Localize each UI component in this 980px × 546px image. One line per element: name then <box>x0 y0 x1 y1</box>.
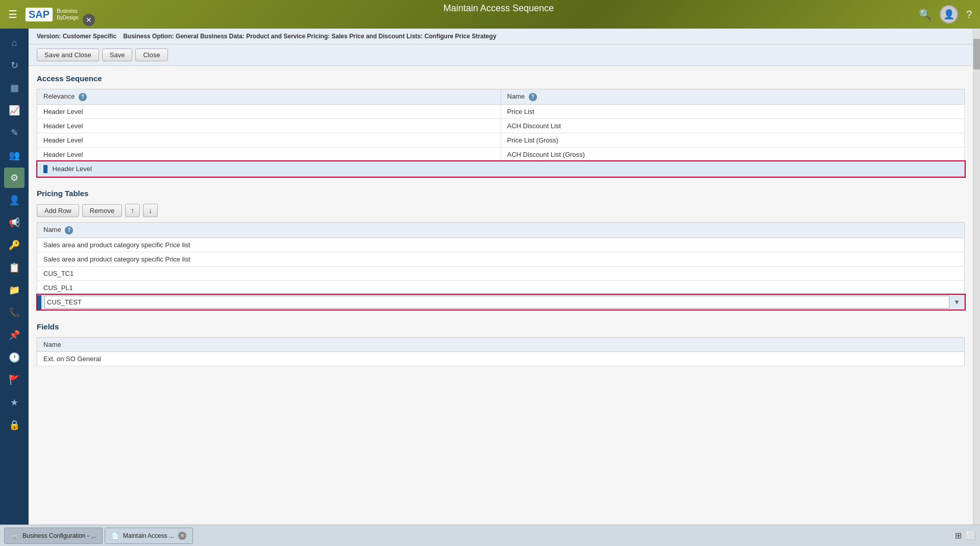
pricing-name-cell-editable: ▼ <box>37 295 965 310</box>
sidebar-item-home[interactable]: ⌂ <box>4 33 24 53</box>
bydesign-text: Business ByDesign <box>57 8 79 21</box>
sidebar-item-service[interactable]: 📞 <box>4 302 24 323</box>
scrollbar-thumb[interactable] <box>973 39 980 69</box>
pricing-table-row-selected[interactable]: ▼ <box>37 295 965 310</box>
pricing-name-cell: Sales area and product category specific… <box>37 238 965 252</box>
name-help-icon[interactable]: ? <box>529 93 537 101</box>
sidebar-item-reports[interactable]: 📈 <box>4 100 24 121</box>
content-area: Version: Customer Specific Business Opti… <box>29 29 973 525</box>
sidebar-item-lists[interactable]: 📋 <box>4 257 24 278</box>
fields-name-cell: Ext. on SO General <box>37 351 965 366</box>
sidebar-item-documents[interactable]: 📁 <box>4 280 24 300</box>
fields-table: Name Ext. on SO General <box>37 337 965 366</box>
table-row[interactable]: Header Level ACH Discount List (Gross) <box>37 147 965 161</box>
table-row-selected[interactable]: Header Level <box>37 161 965 177</box>
pricing-tables-title: Pricing Tables <box>37 189 965 198</box>
pricing-name-cell: Sales area and product category specific… <box>37 252 965 266</box>
taskbar-icon-maximize[interactable]: ⬜ <box>966 531 976 540</box>
sidebar-item-settings[interactable]: ⚙ <box>4 168 24 188</box>
move-up-button[interactable]: ↑ <box>125 204 140 217</box>
sidebar-item-projects[interactable]: 📌 <box>4 325 24 345</box>
pricing-dropdown-arrow[interactable]: ▼ <box>949 296 964 308</box>
name-cell: Price List (Gross) <box>501 133 965 147</box>
sidebar-item-favorites[interactable]: ★ <box>4 392 24 413</box>
main-layout: ⌂ ↻ ▦ 📈 ✎ 👥 ⚙ 👤 📢 🔑 📋 📁 📞 📌 🕐 🚩 ★ 🔒 Vers… <box>0 29 980 525</box>
relevance-cell: Header Level <box>37 133 501 147</box>
help-icon[interactable]: ? <box>966 9 972 20</box>
col-header-name: Name ? <box>501 89 965 105</box>
name-cell: ACH Discount List (Gross) <box>501 147 965 161</box>
relevance-cell: Header Level <box>37 147 501 161</box>
sidebar-item-tasks[interactable]: ✎ <box>4 123 24 143</box>
sidebar-item-security[interactable]: 🔒 <box>4 415 24 435</box>
pricing-name-input[interactable] <box>44 296 949 308</box>
taskbar-icon-grid[interactable]: ⊞ <box>955 531 962 540</box>
name-cell: ACH Discount List <box>501 118 965 133</box>
sidebar-item-people[interactable]: 👥 <box>4 145 24 165</box>
pricing-toolbar: Add Row Remove ↑ ↓ <box>37 204 965 217</box>
taskbar-close-button[interactable]: ✕ <box>178 532 186 540</box>
business-option-label: Business Option: <box>123 33 174 40</box>
taskbar-right-icons: ⊞ ⬜ <box>955 531 976 540</box>
pricing-table-row[interactable]: CUS_TC1 <box>37 266 965 280</box>
business-option-value: General Business Data: Product and Servi… <box>176 33 496 40</box>
pricing-name-help-icon[interactable]: ? <box>65 226 73 234</box>
header-icons: 🔍 👤 ? <box>919 5 972 23</box>
fields-title: Fields <box>37 322 965 331</box>
col-header-relevance: Relevance ? <box>37 89 501 105</box>
remove-button[interactable]: Remove <box>82 204 122 217</box>
title-close-button[interactable]: ✕ <box>83 14 95 26</box>
pricing-col-name: Name ? <box>37 223 965 238</box>
taskbar-item-icon-maintain: 📄 <box>111 532 119 539</box>
relevance-cell: Header Level <box>37 104 501 118</box>
taskbar: 🏢 Business Configuration - ... 📄 Maintai… <box>0 525 980 546</box>
sidebar-item-refresh[interactable]: ↻ <box>4 55 24 76</box>
version-bar: Version: Customer Specific Business Opti… <box>29 29 973 44</box>
pricing-table-row[interactable]: Sales area and product category specific… <box>37 252 965 266</box>
taskbar-item-icon-business: 🏢 <box>11 532 18 539</box>
relevance-cell-selected: Header Level <box>37 161 501 177</box>
fields-col-name: Name <box>37 337 965 351</box>
form-area: Access Sequence Relevance ? Name ? <box>29 66 973 525</box>
access-sequence-title: Access Sequence <box>37 74 965 83</box>
pricing-name-cell: CUS_TC1 <box>37 266 965 280</box>
name-cell-selected <box>501 161 965 177</box>
sidebar-item-users[interactable]: 👤 <box>4 190 24 210</box>
scrollbar-track[interactable] <box>973 29 980 525</box>
top-header: ☰ SAP Business ByDesign Maintain Access … <box>0 0 980 29</box>
action-bar: Save and Close Save Close <box>29 44 973 66</box>
fields-table-row[interactable]: Ext. on SO General <box>37 351 965 366</box>
sap-text: SAP <box>29 9 50 20</box>
page-title: Maintain Access Sequence ✕ <box>79 3 919 26</box>
sidebar-item-flags[interactable]: 🚩 <box>4 370 24 390</box>
table-row[interactable]: Header Level ACH Discount List <box>37 118 965 133</box>
sidebar-item-marketing[interactable]: 📢 <box>4 212 24 233</box>
avatar[interactable]: 👤 <box>940 5 958 23</box>
version-value: Customer Specific <box>63 33 116 40</box>
save-and-close-button[interactable]: Save and Close <box>37 49 99 61</box>
taskbar-item-business-config[interactable]: 🏢 Business Configuration - ... <box>4 528 103 544</box>
table-row[interactable]: Header Level Price List (Gross) <box>37 133 965 147</box>
taskbar-item-label-maintain: Maintain Access ... <box>123 532 174 539</box>
sidebar-item-access[interactable]: 🔑 <box>4 235 24 255</box>
sap-logo: SAP Business ByDesign <box>26 8 79 21</box>
search-icon[interactable]: 🔍 <box>919 8 932 20</box>
close-button[interactable]: Close <box>135 49 167 61</box>
relevance-help-icon[interactable]: ? <box>79 93 87 101</box>
pricing-table-row[interactable]: CUS_PL1 <box>37 280 965 295</box>
version-label: Version: <box>37 33 61 40</box>
sidebar-item-analytics[interactable]: ▦ <box>4 78 24 98</box>
sidebar: ⌂ ↻ ▦ 📈 ✎ 👥 ⚙ 👤 📢 🔑 📋 📁 📞 📌 🕐 🚩 ★ 🔒 <box>0 29 29 525</box>
access-sequence-table: Relevance ? Name ? Header Level <box>37 89 965 177</box>
table-row[interactable]: Header Level Price List <box>37 104 965 118</box>
sidebar-item-time[interactable]: 🕐 <box>4 347 24 368</box>
pricing-name-cell: CUS_PL1 <box>37 280 965 295</box>
hamburger-menu[interactable]: ☰ <box>8 8 17 20</box>
pricing-table-row[interactable]: Sales area and product category specific… <box>37 238 965 252</box>
relevance-cell: Header Level <box>37 118 501 133</box>
add-row-button[interactable]: Add Row <box>37 204 79 217</box>
save-button[interactable]: Save <box>102 49 133 61</box>
taskbar-item-maintain-access[interactable]: 📄 Maintain Access ... ✕ <box>105 528 193 544</box>
move-down-button[interactable]: ↓ <box>143 204 158 217</box>
pricing-table: Name ? Sales area and product category s… <box>37 222 965 310</box>
